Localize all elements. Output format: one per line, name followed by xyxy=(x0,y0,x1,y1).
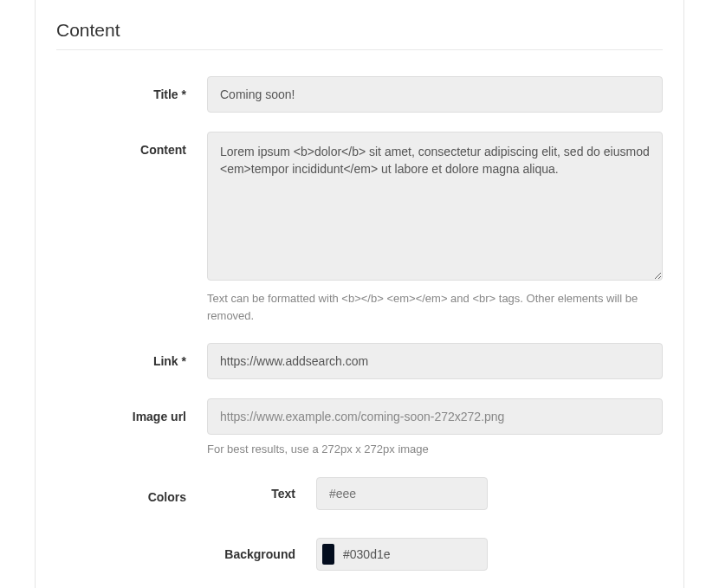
field-row-image-url: Image url For best results, use a 272px … xyxy=(56,398,663,458)
input-col xyxy=(207,76,663,113)
input-col: Text Background xyxy=(207,477,663,589)
title-label: Title * xyxy=(153,87,186,101)
content-form-panel: Content Title * Content Text can be form… xyxy=(35,0,684,588)
color-background-label: Background xyxy=(207,547,316,561)
input-col xyxy=(207,343,663,379)
color-text-label: Text xyxy=(207,487,316,501)
color-background-input-wrap[interactable] xyxy=(316,538,488,571)
image-url-label: Image url xyxy=(133,410,186,423)
content-label: Content xyxy=(140,143,186,157)
content-textarea[interactable] xyxy=(207,132,663,281)
section-title: Content xyxy=(56,0,663,50)
color-row-background: Background xyxy=(207,538,663,571)
link-label: Link * xyxy=(153,354,186,368)
input-col: For best results, use a 272px x 272px im… xyxy=(207,398,663,458)
label-col: Colors xyxy=(56,477,207,505)
field-row-content: Content Text can be formatted with <b></… xyxy=(56,132,663,324)
image-url-help-text: For best results, use a 272px x 272px im… xyxy=(207,441,663,458)
colors-label: Colors xyxy=(148,490,186,504)
title-input[interactable] xyxy=(207,76,663,113)
label-col: Content xyxy=(56,132,207,158)
input-col: Text can be formatted with <b></b> <em><… xyxy=(207,132,663,324)
field-row-colors: Colors Text Background xyxy=(56,477,663,589)
color-text-input[interactable] xyxy=(322,482,482,505)
field-row-link: Link * xyxy=(56,343,663,379)
color-text-input-wrap[interactable] xyxy=(316,477,488,510)
color-background-input[interactable] xyxy=(343,543,482,565)
field-row-title: Title * xyxy=(56,76,663,113)
color-row-text: Text xyxy=(207,477,663,510)
link-input[interactable] xyxy=(207,343,663,379)
label-col: Image url xyxy=(56,398,207,424)
label-col: Title * xyxy=(56,76,207,102)
label-col: Link * xyxy=(56,343,207,369)
image-url-input[interactable] xyxy=(207,398,663,435)
color-background-swatch[interactable] xyxy=(322,544,334,565)
content-help-text: Text can be formatted with <b></b> <em><… xyxy=(207,290,663,324)
